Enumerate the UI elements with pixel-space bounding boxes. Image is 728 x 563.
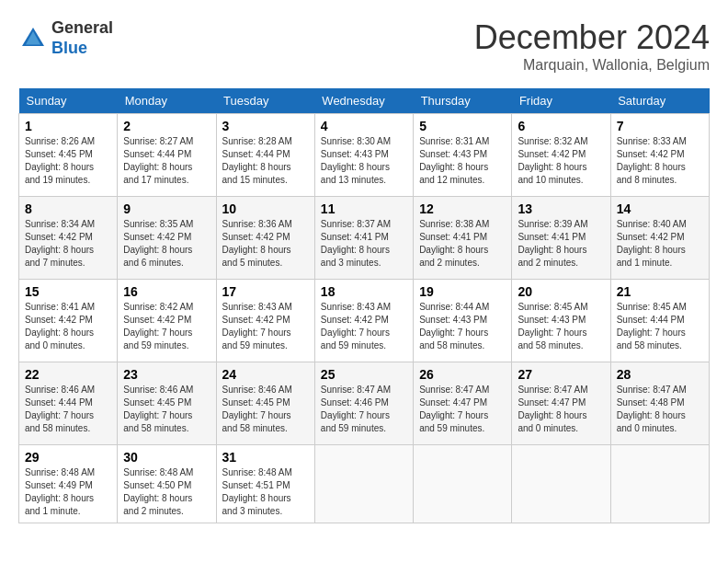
day-number: 20 xyxy=(518,284,604,299)
day-details: Sunrise: 8:35 AMSunset: 4:42 PMDaylight:… xyxy=(123,219,193,268)
day-details: Sunrise: 8:44 AMSunset: 4:43 PMDaylight:… xyxy=(419,302,489,350)
calendar-cell: 25 Sunrise: 8:47 AMSunset: 4:46 PMDaylig… xyxy=(314,362,413,445)
page-header: General Blue December 2024 Marquain, Wal… xyxy=(18,18,710,74)
day-details: Sunrise: 8:38 AMSunset: 4:41 PMDaylight:… xyxy=(419,219,489,268)
calendar-cell: 10 Sunrise: 8:36 AMSunset: 4:42 PMDaylig… xyxy=(216,197,314,280)
day-details: Sunrise: 8:42 AMSunset: 4:42 PMDaylight:… xyxy=(123,302,193,350)
logo-general: General xyxy=(51,18,113,39)
day-details: Sunrise: 8:37 AMSunset: 4:41 PMDaylight:… xyxy=(321,219,391,268)
day-header-thursday: Thursday xyxy=(414,88,512,114)
calendar-cell: 31 Sunrise: 8:48 AMSunset: 4:51 PMDaylig… xyxy=(216,445,314,523)
day-number: 9 xyxy=(123,201,210,216)
calendar-cell: 13 Sunrise: 8:39 AMSunset: 4:41 PMDaylig… xyxy=(512,197,610,280)
calendar-cell: 7 Sunrise: 8:33 AMSunset: 4:42 PMDayligh… xyxy=(610,114,709,197)
day-number: 17 xyxy=(222,284,309,299)
calendar-cell: 21 Sunrise: 8:45 AMSunset: 4:44 PMDaylig… xyxy=(610,280,709,362)
logo-icon xyxy=(18,24,48,53)
calendar-cell: 11 Sunrise: 8:37 AMSunset: 4:41 PMDaylig… xyxy=(314,197,413,280)
day-details: Sunrise: 8:48 AMSunset: 4:49 PMDaylight:… xyxy=(25,467,95,516)
day-details: Sunrise: 8:47 AMSunset: 4:48 PMDaylight:… xyxy=(617,385,687,433)
calendar-cell: 12 Sunrise: 8:38 AMSunset: 4:41 PMDaylig… xyxy=(414,197,512,280)
calendar-header-row: SundayMondayTuesdayWednesdayThursdayFrid… xyxy=(19,88,710,114)
day-number: 4 xyxy=(321,119,407,133)
calendar-cell: 29 Sunrise: 8:48 AMSunset: 4:49 PMDaylig… xyxy=(19,445,118,523)
calendar-cell: 19 Sunrise: 8:44 AMSunset: 4:43 PMDaylig… xyxy=(414,280,512,362)
day-number: 25 xyxy=(321,367,407,382)
calendar-cell: 20 Sunrise: 8:45 AMSunset: 4:43 PMDaylig… xyxy=(512,280,610,362)
day-number: 29 xyxy=(25,450,111,465)
day-number: 26 xyxy=(419,367,506,382)
day-number: 16 xyxy=(123,284,210,299)
day-number: 31 xyxy=(222,450,309,465)
day-number: 23 xyxy=(123,367,210,382)
logo-blue: Blue xyxy=(51,39,113,59)
calendar-cell: 26 Sunrise: 8:47 AMSunset: 4:47 PMDaylig… xyxy=(414,362,512,445)
day-header-wednesday: Wednesday xyxy=(314,88,413,114)
day-details: Sunrise: 8:46 AMSunset: 4:45 PMDaylight:… xyxy=(123,385,193,433)
day-number: 30 xyxy=(123,450,210,465)
day-header-friday: Friday xyxy=(512,88,610,114)
calendar-cell: 9 Sunrise: 8:35 AMSunset: 4:42 PMDayligh… xyxy=(118,197,216,280)
logo: General Blue xyxy=(18,18,113,58)
calendar-cell: 4 Sunrise: 8:30 AMSunset: 4:43 PMDayligh… xyxy=(314,114,413,197)
calendar-cell: 16 Sunrise: 8:42 AMSunset: 4:42 PMDaylig… xyxy=(118,280,216,362)
day-number: 28 xyxy=(617,367,703,382)
day-details: Sunrise: 8:48 AMSunset: 4:51 PMDaylight:… xyxy=(222,467,292,516)
day-number: 21 xyxy=(617,284,703,299)
calendar-cell: 2 Sunrise: 8:27 AMSunset: 4:44 PMDayligh… xyxy=(118,114,216,197)
day-details: Sunrise: 8:46 AMSunset: 4:45 PMDaylight:… xyxy=(222,385,292,433)
day-details: Sunrise: 8:47 AMSunset: 4:47 PMDaylight:… xyxy=(518,385,587,433)
day-number: 22 xyxy=(25,367,111,382)
day-details: Sunrise: 8:30 AMSunset: 4:43 PMDaylight:… xyxy=(321,136,391,185)
day-header-monday: Monday xyxy=(118,88,216,114)
day-number: 12 xyxy=(419,201,506,216)
day-details: Sunrise: 8:31 AMSunset: 4:43 PMDaylight:… xyxy=(419,136,489,185)
day-number: 2 xyxy=(123,119,210,133)
day-details: Sunrise: 8:41 AMSunset: 4:42 PMDaylight:… xyxy=(25,302,95,350)
calendar-cell: 17 Sunrise: 8:43 AMSunset: 4:42 PMDaylig… xyxy=(216,280,314,362)
day-header-saturday: Saturday xyxy=(610,88,709,114)
day-details: Sunrise: 8:47 AMSunset: 4:47 PMDaylight:… xyxy=(419,385,489,433)
day-header-tuesday: Tuesday xyxy=(216,88,314,114)
calendar-cell: 24 Sunrise: 8:46 AMSunset: 4:45 PMDaylig… xyxy=(216,362,314,445)
day-number: 6 xyxy=(518,119,604,133)
location-subtitle: Marquain, Wallonia, Belgium xyxy=(474,57,710,74)
title-block: December 2024 Marquain, Wallonia, Belgiu… xyxy=(474,18,710,74)
day-details: Sunrise: 8:33 AMSunset: 4:42 PMDaylight:… xyxy=(617,136,687,185)
day-number: 7 xyxy=(617,119,703,133)
day-number: 14 xyxy=(617,201,703,216)
day-number: 1 xyxy=(25,119,111,133)
calendar-cell: 22 Sunrise: 8:46 AMSunset: 4:44 PMDaylig… xyxy=(19,362,118,445)
day-number: 10 xyxy=(222,201,309,216)
calendar-cell: 18 Sunrise: 8:43 AMSunset: 4:42 PMDaylig… xyxy=(314,280,413,362)
day-header-sunday: Sunday xyxy=(19,88,118,114)
day-details: Sunrise: 8:45 AMSunset: 4:43 PMDaylight:… xyxy=(518,302,587,350)
day-details: Sunrise: 8:48 AMSunset: 4:50 PMDaylight:… xyxy=(123,467,193,516)
calendar-cell: 27 Sunrise: 8:47 AMSunset: 4:47 PMDaylig… xyxy=(512,362,610,445)
day-details: Sunrise: 8:43 AMSunset: 4:42 PMDaylight:… xyxy=(222,302,292,350)
calendar-cell: 28 Sunrise: 8:47 AMSunset: 4:48 PMDaylig… xyxy=(610,362,709,445)
day-number: 27 xyxy=(518,367,604,382)
calendar-cell: 23 Sunrise: 8:46 AMSunset: 4:45 PMDaylig… xyxy=(118,362,216,445)
calendar-cell xyxy=(414,445,512,523)
calendar-cell: 8 Sunrise: 8:34 AMSunset: 4:42 PMDayligh… xyxy=(19,197,118,280)
day-number: 24 xyxy=(222,367,309,382)
day-number: 3 xyxy=(222,119,309,133)
day-details: Sunrise: 8:36 AMSunset: 4:42 PMDaylight:… xyxy=(222,219,292,268)
calendar-table: SundayMondayTuesdayWednesdayThursdayFrid… xyxy=(18,88,710,523)
calendar-cell: 1 Sunrise: 8:26 AMSunset: 4:45 PMDayligh… xyxy=(19,114,118,197)
day-number: 19 xyxy=(419,284,506,299)
day-details: Sunrise: 8:34 AMSunset: 4:42 PMDaylight:… xyxy=(25,219,95,268)
day-number: 5 xyxy=(419,119,506,133)
day-details: Sunrise: 8:32 AMSunset: 4:42 PMDaylight:… xyxy=(518,136,587,185)
calendar-cell: 6 Sunrise: 8:32 AMSunset: 4:42 PMDayligh… xyxy=(512,114,610,197)
month-title: December 2024 xyxy=(474,18,710,57)
day-details: Sunrise: 8:47 AMSunset: 4:46 PMDaylight:… xyxy=(321,385,391,433)
day-details: Sunrise: 8:43 AMSunset: 4:42 PMDaylight:… xyxy=(321,302,391,350)
calendar-cell: 3 Sunrise: 8:28 AMSunset: 4:44 PMDayligh… xyxy=(216,114,314,197)
day-details: Sunrise: 8:39 AMSunset: 4:41 PMDaylight:… xyxy=(518,219,587,268)
day-number: 8 xyxy=(25,201,111,216)
calendar-cell xyxy=(610,445,709,523)
calendar-cell: 14 Sunrise: 8:40 AMSunset: 4:42 PMDaylig… xyxy=(610,197,709,280)
day-details: Sunrise: 8:45 AMSunset: 4:44 PMDaylight:… xyxy=(617,302,687,350)
